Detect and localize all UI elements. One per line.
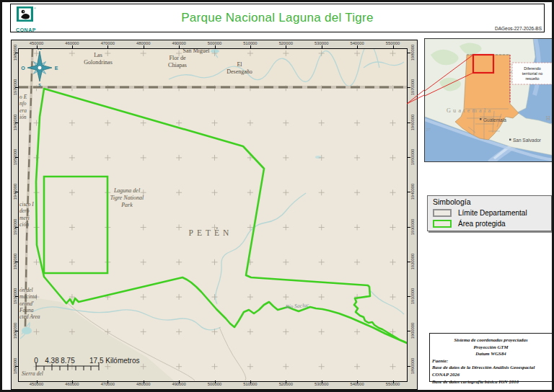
- registered-mark: ®: [34, 6, 36, 10]
- axis-tick: [322, 380, 322, 383]
- inset-city-label: Guatemala: [483, 117, 506, 122]
- axis-tick: [15, 53, 18, 53]
- axis-tick: [250, 45, 251, 48]
- compass-e: E: [55, 66, 58, 71]
- axis-label-y-right: 1930000: [410, 213, 416, 241]
- axis-tick: [408, 366, 410, 367]
- city-marker: [480, 118, 482, 120]
- axis-label-y-right: 1950000: [410, 143, 416, 172]
- note-line-2: territorial no: [522, 71, 542, 76]
- axis-tick: [107, 45, 108, 48]
- axis-tick: [357, 380, 358, 383]
- axis-tick: [15, 227, 18, 228]
- header: ® CONAP Parque Nacional Laguna del Tigre…: [10, 4, 545, 32]
- scale-label-438: 4.38: [45, 357, 59, 365]
- datum-line: Datum WGS84: [432, 350, 550, 357]
- label-clipped-west-3: ón delmacintaorand'Faunacted Area: [19, 287, 40, 320]
- axis-tick: [408, 192, 410, 192]
- inset-honduras-fragment: Ho: [546, 115, 554, 122]
- source-line-2: CONAP 2026: [432, 371, 550, 378]
- inset-depth-fragment: 27': [426, 128, 431, 132]
- axis-tick: [107, 380, 108, 383]
- axis-label-y-right: 1900000: [410, 316, 416, 345]
- legend-title: Simbología: [433, 197, 551, 206]
- axis-tick: [393, 45, 394, 48]
- conap-logo-text: CONAP: [14, 27, 38, 32]
- axis-tick: [37, 380, 38, 383]
- page-title: Parque Nacional Laguna del Tigre: [11, 11, 544, 25]
- axis-tick: [408, 227, 410, 228]
- axis-tick: [215, 380, 216, 383]
- axis-tick: [15, 192, 18, 192]
- map-drawing: N E O S 0 4.38 8.75 17.5 Kilómetros: [19, 49, 407, 381]
- map-sheet-page: ® CONAP Parque Nacional Laguna del Tigre…: [0, 0, 554, 392]
- axis-tick: [215, 45, 216, 48]
- legend-item-label: Área protegida: [458, 220, 506, 228]
- axis-tick: [408, 122, 410, 123]
- axis-tick: [15, 262, 18, 262]
- label-peten: PETÉN: [189, 228, 233, 237]
- axis-tick: [408, 262, 410, 262]
- axis-tick: [37, 45, 38, 48]
- axis-tick: [72, 380, 73, 383]
- axis-tick: [15, 87, 18, 88]
- axis-tick: [357, 45, 358, 48]
- doc-code: DAGeos-227-2026-BS: [495, 26, 542, 31]
- axis-tick: [15, 296, 18, 297]
- axis-tick: [286, 45, 286, 48]
- lake: [22, 327, 32, 334]
- axis-tick: [250, 380, 251, 383]
- area-protegida-swatch-icon: [433, 220, 452, 228]
- axis-tick: [15, 331, 18, 331]
- scale-label-km: 17.5 Kilómetros: [89, 357, 139, 365]
- label-flor-de-chiapas: Flor deChiapas: [168, 55, 187, 69]
- lake: [211, 50, 219, 53]
- axis-tick: [179, 380, 180, 383]
- label-clipped-west-1: o Enfoeraión: [19, 94, 27, 120]
- inset-country-label: Guatemala: [447, 107, 493, 114]
- inset-map-drawing: Guatemala Guatemala San Salvador Ho 27' …: [425, 39, 554, 161]
- axis-tick: [144, 380, 144, 383]
- source-line-1: Base de datos de la Dirección Análisis G…: [432, 364, 550, 371]
- scale-label-0: 0: [34, 357, 38, 365]
- projection-line: Proyección GTM: [432, 344, 550, 351]
- label-clipped-west-2: cisco Ideromerición: [19, 201, 34, 228]
- axis-tick: [286, 380, 286, 383]
- axis-tick: [408, 331, 410, 331]
- axis-label-y-right: 1920000: [410, 247, 416, 276]
- axis-label-y-right: 1910000: [410, 282, 416, 311]
- label-laguna-del-tigre-np: Laguna delTigre NationalPark: [110, 187, 144, 209]
- legend-item-limite: Límite Departamental: [433, 208, 551, 218]
- lake: [315, 156, 321, 159]
- city-marker: [509, 139, 511, 141]
- inset-map: Guatemala Guatemala San Salvador Ho 27' …: [424, 38, 554, 162]
- compass-n: N: [38, 49, 42, 51]
- compass-o: O: [21, 66, 25, 71]
- axis-label-y-right: 1980000: [410, 38, 416, 67]
- axis-tick: [408, 157, 410, 158]
- axis-tick: [393, 380, 394, 383]
- axis-tick: [72, 45, 73, 48]
- axis-tick: [15, 157, 18, 158]
- scale-label-875: 8.75: [61, 357, 75, 365]
- axis-tick: [144, 45, 144, 48]
- axis-tick: [322, 45, 322, 48]
- axis-label-y-right: 1960000: [410, 108, 416, 137]
- axis-label-y-right: 1970000: [410, 73, 416, 102]
- axis-label-y-right: 1890000: [410, 352, 416, 380]
- label-el-desengano: ElDesengaño: [227, 61, 252, 76]
- inset-san-salvador-label: San Salvador: [513, 138, 542, 143]
- axis-label-y-right: 1940000: [410, 177, 416, 206]
- label-sierra-del: Sierra del: [22, 370, 43, 377]
- axis-tick: [179, 45, 180, 48]
- legend-item-label: Límite Departamental: [458, 209, 527, 217]
- source-info-box: Sistema de coordenadas proyectadas Proye…: [429, 333, 553, 382]
- axis-tick: [408, 53, 410, 53]
- axis-tick: [408, 296, 410, 297]
- axis-tick: [15, 366, 18, 367]
- map-frame: N E O S 0 4.38 8.75 17.5 Kilómetros LasG…: [11, 40, 418, 390]
- source-line-3: Base de datos cartografía básica IGN 201…: [432, 378, 550, 386]
- map-canvas: N E O S 0 4.38 8.75 17.5 Kilómetros LasG…: [18, 48, 408, 382]
- legend-item-area-protegida: Área protegida: [433, 218, 551, 229]
- crs-line: Sistema de coordenadas proyectadas: [432, 337, 550, 344]
